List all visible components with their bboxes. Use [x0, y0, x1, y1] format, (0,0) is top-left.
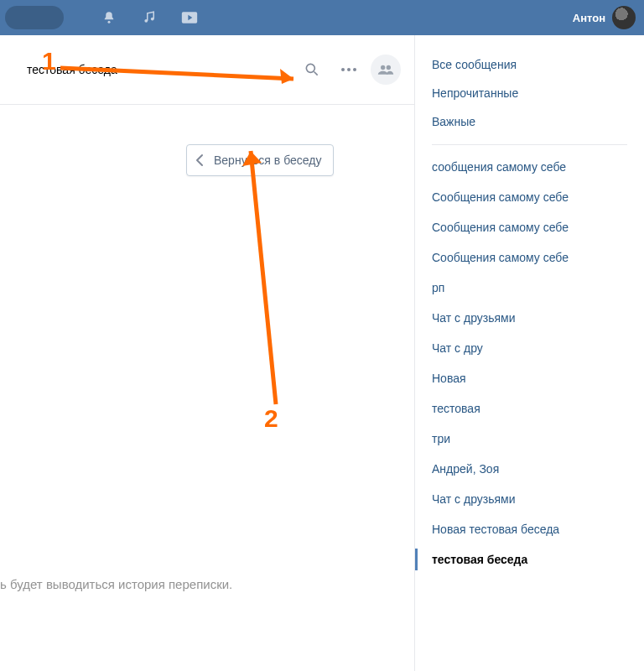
filter-unread[interactable]: Непрочитанные [415, 79, 644, 107]
chat-list-item[interactable]: Новая тестовая беседа [415, 514, 644, 544]
svg-point-2 [151, 18, 154, 21]
sidebar: Все сообщения Непрочитанные Важные сообщ… [415, 35, 644, 671]
bell-icon[interactable] [101, 9, 117, 26]
chat-list-item[interactable]: Чат с друзьями [415, 484, 644, 514]
music-icon[interactable] [141, 9, 158, 26]
svg-point-1 [144, 19, 148, 23]
chat-list-item[interactable]: три [415, 424, 644, 454]
video-icon[interactable] [181, 9, 198, 26]
chat-list-item[interactable]: Андрей, Зоя [415, 454, 644, 484]
svg-point-4 [306, 64, 314, 72]
chat-list-item[interactable]: тестовая [415, 393, 644, 424]
history-placeholder: ь будет выводиться история переписки. [0, 577, 232, 591]
members-icon[interactable] [371, 55, 401, 85]
back-to-chat-button[interactable]: Вернуться в беседу [186, 144, 334, 176]
chat-list-item[interactable]: Сообщения самому себе [415, 182, 644, 212]
chat-list-item[interactable]: Чат с дру [415, 333, 644, 363]
svg-point-0 [108, 21, 111, 23]
chat-list-item[interactable]: Сообщения самому себе [415, 212, 644, 242]
svg-point-5 [381, 65, 385, 70]
chat-list-item[interactable]: тестовая беседа [415, 544, 644, 575]
svg-line-9 [251, 151, 276, 404]
chat-list: сообщения самому себеСообщения самому се… [415, 152, 644, 575]
annotation-arrow-2 [235, 136, 302, 413]
top-bar: Антон [0, 0, 644, 35]
more-icon[interactable] [334, 55, 364, 85]
back-button-label: Вернуться в беседу [214, 153, 321, 167]
chat-panel: тестовая беседа Вернуться в беседу ь буд… [0, 35, 415, 671]
main-area: тестовая беседа Вернуться в беседу ь буд… [0, 35, 644, 671]
chat-header: тестовая беседа [0, 35, 414, 105]
search-icon[interactable] [297, 55, 327, 85]
chat-list-item[interactable]: Чат с друзьями [415, 303, 644, 333]
username-label[interactable]: Антон [573, 12, 605, 24]
filter-important[interactable]: Важные [415, 107, 644, 136]
chat-list-item[interactable]: Новая [415, 363, 644, 393]
svg-point-6 [387, 65, 391, 70]
annotation-number-1: 1 [42, 47, 56, 75]
search-pill[interactable] [5, 6, 64, 29]
chat-list-item[interactable]: сообщения самому себе [415, 152, 644, 182]
chat-list-item[interactable]: Сообщения самому себе [415, 242, 644, 273]
filter-all[interactable]: Все сообщения [415, 50, 644, 79]
annotation-number-2: 2 [264, 404, 278, 433]
chevron-left-icon [195, 153, 204, 167]
avatar[interactable] [612, 6, 636, 29]
chat-list-item[interactable]: рп [415, 273, 644, 303]
sidebar-divider [432, 144, 627, 145]
